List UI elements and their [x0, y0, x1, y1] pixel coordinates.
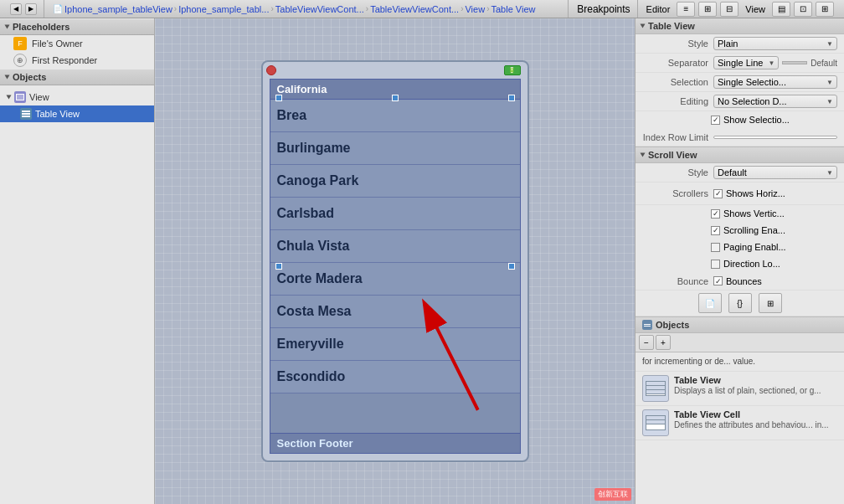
table-row-carlsbad[interactable]: Carlsbad [270, 198, 520, 230]
tree-item-view[interactable]: View [0, 89, 154, 105]
breadcrumb-item-6[interactable]: Table View [491, 4, 535, 14]
action-icon-page[interactable]: 📄 [698, 293, 722, 313]
iphone-mockup: 🔋 California Brea Burlingame Canoga Park… [261, 60, 529, 462]
separator-label: Separator [642, 58, 713, 68]
scroll-collapse-triangle [641, 153, 646, 157]
separator-dropdown[interactable]: Single Line ▼ [713, 56, 779, 69]
bounces-checkbox[interactable]: ✓ [713, 276, 723, 285]
resize-handle-rm[interactable] [508, 263, 515, 270]
resize-handle-lm[interactable] [275, 263, 282, 270]
canvas-area: 🔋 California Brea Burlingame Canoga Park… [155, 18, 635, 504]
back-button[interactable]: ◀ [10, 3, 22, 15]
view-icon-2[interactable]: ⊡ [794, 2, 812, 17]
tree-item-table-view[interactable]: Table View [0, 105, 154, 122]
scroll-view-section: Scroll View Style Default ▼ Scrollers ✓ … [636, 147, 844, 317]
objects-panel-header: Objects [636, 317, 844, 333]
first-responder-icon: ⊕ [13, 54, 27, 67]
tableview-info: Table View Displays a list of plain, sec… [674, 375, 837, 396]
view-icon-3[interactable]: ⊞ [816, 2, 834, 17]
cell-name: Table View Cell [674, 409, 837, 419]
breadcrumb-item-3[interactable]: TableViewViewCont... [275, 4, 364, 14]
objects-panel: Objects − + for incrementing or de... va… [636, 317, 844, 504]
direction-checkbox[interactable] [711, 260, 720, 269]
sidebar-item-files-owner[interactable]: F File's Owner [0, 35, 154, 52]
right-panel: Table View Style Plain ▼ Separator Singl… [635, 18, 844, 504]
separator-preview [782, 61, 807, 64]
table-row-emeryville[interactable]: Emeryville [270, 328, 520, 361]
table-row-costa-mesa[interactable]: Costa Mesa [270, 296, 520, 328]
breadcrumb-item-5[interactable]: View [465, 4, 485, 14]
table-view-section: Table View Style Plain ▼ Separator Singl… [636, 18, 844, 147]
show-selection-checkbox[interactable]: ✓ [711, 116, 720, 125]
scrolling-row: ✓ Scrolling Ena... [636, 222, 844, 239]
paging-checkbox[interactable] [711, 243, 720, 252]
table-view-section-header[interactable]: Table View [636, 18, 844, 34]
direction-row: Direction Lo... [636, 255, 844, 272]
table-row-escondido[interactable]: Escondido [270, 361, 520, 393]
main-content: Placeholders F File's Owner ⊕ First Resp… [0, 18, 844, 504]
breadcrumb-item-2[interactable]: Iphone_sample_tabl... [178, 4, 269, 14]
scroll-style-row: Style Default ▼ [636, 163, 844, 183]
cell-icon [642, 409, 669, 436]
view-icons: ▤ ⊡ ⊞ [772, 2, 834, 17]
object-list-item-cell[interactable]: Table View Cell Defines the attributes a… [636, 406, 844, 440]
table-section-footer: Section Footer [270, 433, 520, 453]
editor-icon-2[interactable]: ⊞ [698, 2, 717, 17]
tableview-name: Table View [674, 375, 837, 385]
nav-controls: ◀ ▶ [3, 0, 44, 18]
table-row-burlingame[interactable]: Burlingame [270, 132, 520, 165]
resize-handle-tm[interactable] [392, 95, 399, 101]
shows-vert-checkbox[interactable]: ✓ [711, 209, 720, 219]
separator-default: Default [811, 59, 837, 68]
editor-icon-3[interactable]: ⊟ [720, 2, 738, 17]
forward-button[interactable]: ▶ [25, 3, 37, 15]
objects-description: for incrementing or de... value. [636, 352, 844, 372]
scrolling-checkbox[interactable]: ✓ [711, 226, 720, 235]
breadcrumb-section: 📄 Iphone_sample_tableView › Iphone_sampl… [46, 0, 569, 18]
tableview-icon [642, 375, 669, 402]
objects-tool-minus[interactable]: − [639, 335, 654, 350]
breadcrumb: 📄 Iphone_sample_tableView › Iphone_sampl… [53, 4, 561, 14]
shows-horiz-checkbox[interactable]: ✓ [713, 189, 723, 198]
table-row-chula-vista[interactable]: Chula Vista [270, 230, 520, 263]
close-button[interactable] [266, 65, 276, 75]
resize-handle-tr[interactable] [508, 95, 515, 101]
table-row-corte-madera[interactable]: Corte Madera [270, 263, 520, 296]
selection-label: Selection [642, 77, 713, 87]
top-bar-right: Editor ≡ ⊞ ⊟ View ▤ ⊡ ⊞ [640, 2, 841, 17]
placeholders-header: Placeholders [0, 18, 154, 35]
watermark: 创新互联 [594, 488, 631, 501]
selection-dropdown[interactable]: Single Selectio... ▼ [713, 75, 837, 89]
action-icon-code[interactable]: {} [728, 293, 752, 313]
table-row-canoga[interactable]: Canoga Park [270, 165, 520, 198]
bounce-row: Bounce ✓ Bounces [636, 272, 844, 291]
battery-indicator: 🔋 [504, 65, 521, 75]
objects-tool-plus[interactable]: + [656, 335, 671, 350]
index-row-limit-row: Index Row Limit [636, 128, 844, 147]
editing-label: Editing [642, 96, 713, 106]
scrollers-row: Scrollers ✓ Shows Horiz... [636, 183, 844, 205]
scroll-style-label: Style [642, 167, 713, 177]
scrollers-label: Scrollers [642, 188, 713, 198]
style-dropdown[interactable]: Plain ▼ [713, 37, 837, 50]
scroll-view-section-header[interactable]: Scroll View [636, 147, 844, 163]
scroll-style-dropdown[interactable]: Default ▼ [713, 166, 837, 179]
table-row-brea[interactable]: Brea [270, 100, 520, 132]
editor-icon-1[interactable]: ≡ [677, 2, 695, 17]
sidebar-item-first-responder[interactable]: ⊕ First Responder [0, 52, 154, 69]
breadcrumb-file-icon: 📄 [53, 4, 63, 13]
breadcrumb-item-1[interactable]: Iphone_sample_tableView [64, 4, 172, 14]
editor-label: Editor [646, 4, 671, 14]
table-tree-icon [20, 108, 32, 120]
view-tree-icon [14, 91, 26, 103]
tree-section: View Table View [0, 89, 154, 122]
editing-dropdown[interactable]: No Selection D... ▼ [713, 95, 837, 108]
object-list-item-tableview[interactable]: Table View Displays a list of plain, sec… [636, 372, 844, 406]
action-icon-grid[interactable]: ⊞ [759, 293, 782, 313]
index-row-limit-input[interactable] [713, 136, 837, 139]
resize-handle-tl[interactable] [275, 95, 282, 101]
table-view: California Brea Burlingame Canoga Park C… [270, 79, 521, 454]
view-icon-1[interactable]: ▤ [772, 2, 790, 17]
top-bar: ◀ ▶ 📄 Iphone_sample_tableView › Iphone_s… [0, 0, 844, 18]
breadcrumb-item-4[interactable]: TableViewViewCont... [370, 4, 459, 14]
